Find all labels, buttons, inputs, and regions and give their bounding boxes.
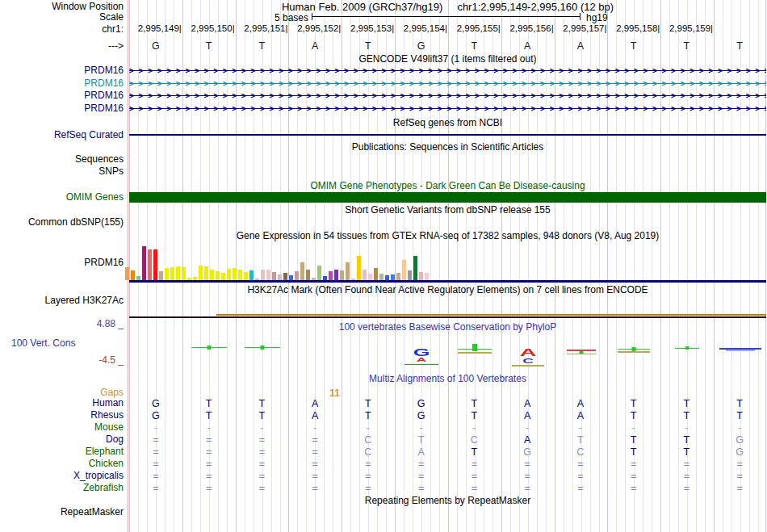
gtex-tissue-bar[interactable] <box>340 270 344 280</box>
gencode-gene-row[interactable]: >>>>>>>>>>>>>>>>>>>>>>>>>>>>>>>>>>>>>>>>… <box>129 104 766 114</box>
gtex-tissue-bar[interactable] <box>148 249 152 280</box>
gencode-gene-label[interactable]: PRDM16 <box>0 78 124 89</box>
conservation-glyph[interactable]: AC <box>501 342 555 370</box>
gtex-tissue-bar[interactable] <box>216 271 220 280</box>
gtex-tissue-bar[interactable] <box>266 270 270 280</box>
multiz-species-label-chicken[interactable]: Chicken <box>0 459 124 469</box>
alignment-base: T <box>607 398 660 410</box>
gtex-tissue-bar[interactable] <box>278 274 282 280</box>
base-position-ruler[interactable]: 2,995,149|2,995,150|2,995,151|2,995,152|… <box>129 23 766 33</box>
gtex-tissue-bar[interactable] <box>402 260 406 280</box>
alignment-base: = <box>288 471 342 483</box>
multiz-alignment-row[interactable]: ============ <box>129 459 766 471</box>
gtex-tissue-bar[interactable] <box>199 266 203 280</box>
gtex-tissue-bar[interactable] <box>357 256 361 280</box>
multiz-species-label-human[interactable]: Human <box>0 398 124 408</box>
h3k27ac-signal-orange[interactable] <box>216 314 766 316</box>
alignment-base: - <box>501 422 554 434</box>
repeatmasker-label[interactable]: RepeatMasker <box>0 507 124 517</box>
gtex-tissue-bar[interactable] <box>204 266 208 280</box>
gencode-gene-row[interactable]: >>>>>>>>>>>>>>>>>>>>>>>>>>>>>>>>>>>>>>>>… <box>129 66 766 76</box>
gtex-tissue-bar[interactable] <box>306 270 310 280</box>
omim-genes-label[interactable]: OMIM Genes <box>0 192 124 203</box>
gtex-tissue-bar[interactable] <box>131 270 135 280</box>
gtex-tissue-bar[interactable] <box>346 262 350 280</box>
omim-gene-bar[interactable] <box>129 192 766 203</box>
gencode-gene-label[interactable]: PRDM16 <box>0 103 124 114</box>
multiz-alignment-row[interactable]: ====CTCATTTG <box>129 434 766 446</box>
conservation-glyph[interactable] <box>182 342 236 370</box>
gtex-tissue-bar[interactable] <box>233 268 237 280</box>
gtex-tissue-bar[interactable] <box>283 273 287 280</box>
multiz-species-label-rhesus[interactable]: Rhesus <box>0 410 124 421</box>
conservation-glyph[interactable] <box>607 342 660 370</box>
multiz-species-label-mouse[interactable]: Mouse <box>0 422 124 433</box>
gencode-gene-row[interactable]: >>>>>>>>>>>>>>>>>>>>>>>>>>>>>>>>>>>>>>>>… <box>129 91 766 101</box>
multiz-alignment-row[interactable]: ------------ <box>129 422 766 434</box>
gtex-tissue-bar[interactable] <box>153 249 157 280</box>
multiz-alignment-row[interactable]: GTTATGTAATTT <box>129 398 766 410</box>
multiz-species-label-dog[interactable]: Dog <box>0 434 124 445</box>
gtex-tissue-bar[interactable] <box>368 274 372 280</box>
conservation-track-title: 100 vertebrates Basewise Conservation by… <box>129 322 766 333</box>
conservation-glyph[interactable] <box>714 342 767 370</box>
snps-label[interactable]: SNPs <box>0 166 124 177</box>
gtex-tissue-bar[interactable] <box>334 270 338 280</box>
gtex-tissue-bar[interactable] <box>182 267 186 280</box>
gtex-tissue-bar[interactable] <box>142 246 146 280</box>
sequences-label[interactable]: Sequences <box>0 154 124 165</box>
gtex-tissue-bar[interactable] <box>176 266 180 280</box>
gtex-tissue-bar[interactable] <box>221 273 225 280</box>
multiz-alignment-row[interactable]: ============ <box>129 471 766 483</box>
gtex-tissue-bar[interactable] <box>227 269 231 280</box>
gtex-tissue-bar[interactable] <box>329 271 333 280</box>
refseq-curated-label[interactable]: RefSeq Curated <box>0 130 124 140</box>
alignment-base: = <box>501 483 554 495</box>
sequence-base: A <box>288 40 342 52</box>
gtex-tissue-bar[interactable] <box>425 273 429 280</box>
multiz-alignment-row[interactable]: ====CATGCTTG <box>129 446 766 459</box>
gtex-tissue-bar[interactable] <box>210 270 214 280</box>
conservation-glyph[interactable] <box>660 342 714 370</box>
gencode-gene-label[interactable]: PRDM16 <box>0 90 124 101</box>
gtex-tissue-bar[interactable] <box>374 268 378 280</box>
refseq-gene-line[interactable] <box>129 134 766 136</box>
layered-h3k27ac-label[interactable]: Layered H3K27Ac <box>0 295 124 306</box>
gtex-tissue-bar[interactable] <box>238 270 242 280</box>
gtex-tissue-bar[interactable] <box>249 270 254 280</box>
gtex-tissue-bar[interactable] <box>317 266 321 280</box>
gtex-tissue-bar[interactable] <box>413 256 417 280</box>
gencode-gene-label[interactable]: PRDM16 <box>0 65 124 76</box>
gtex-tissue-bar[interactable] <box>159 271 163 280</box>
multiz-species-label-zebrafish[interactable]: Zebrafish <box>0 483 124 493</box>
gene-direction-arrows: >>>>>>>>>>>>>>>>>>>>>>>>>>>>>>>>>>>>>>>>… <box>129 104 766 113</box>
gtex-tissue-bar[interactable] <box>125 267 129 280</box>
multiz-species-label-elephant[interactable]: Elephant <box>0 446 124 457</box>
gtex-tissue-bar[interactable] <box>165 268 169 280</box>
gtex-tissue-bar[interactable] <box>363 270 367 280</box>
conservation-glyph[interactable] <box>555 342 608 370</box>
conservation-track-label[interactable]: 100 Vert. Cons <box>11 337 75 349</box>
gtex-tissue-bar[interactable] <box>391 274 395 280</box>
gtex-tissue-bar[interactable] <box>244 272 248 280</box>
gtex-tissue-bar[interactable] <box>272 272 276 280</box>
multiz-species-label-x_tropicalis[interactable]: X_tropicalis <box>0 471 124 481</box>
conservation-glyph[interactable] <box>236 342 289 370</box>
gtex-expression-chart[interactable] <box>125 243 436 280</box>
gtex-tissue-bar[interactable] <box>379 274 384 280</box>
gtex-tissue-bar[interactable] <box>419 272 423 280</box>
gtex-tissue-bar[interactable] <box>408 270 412 280</box>
gtex-tissue-bar[interactable] <box>300 262 304 280</box>
common-dbsnp-label[interactable]: Common dbSNP(155) <box>0 217 124 228</box>
gtex-tissue-bar[interactable] <box>396 273 400 280</box>
gtex-tissue-bar[interactable] <box>261 270 265 280</box>
conservation-glyph[interactable] <box>448 342 501 370</box>
multiz-alignment-row[interactable]: GTTATGTAATTT <box>129 410 766 422</box>
gtex-tissue-bar[interactable] <box>295 271 299 280</box>
gtex-gene-label[interactable]: PRDM16 <box>0 258 124 268</box>
gtex-tissue-bar[interactable] <box>170 267 174 280</box>
multiz-alignment-row[interactable]: ============ <box>129 483 766 495</box>
h3k27ac-signal-dark[interactable] <box>129 316 766 318</box>
conservation-glyph[interactable]: GA <box>395 342 448 370</box>
gencode-gene-row[interactable]: >>>>>>>>>>>>>>>>>>>>>>>>>>>>>>>>>>>>>>>>… <box>129 79 766 89</box>
